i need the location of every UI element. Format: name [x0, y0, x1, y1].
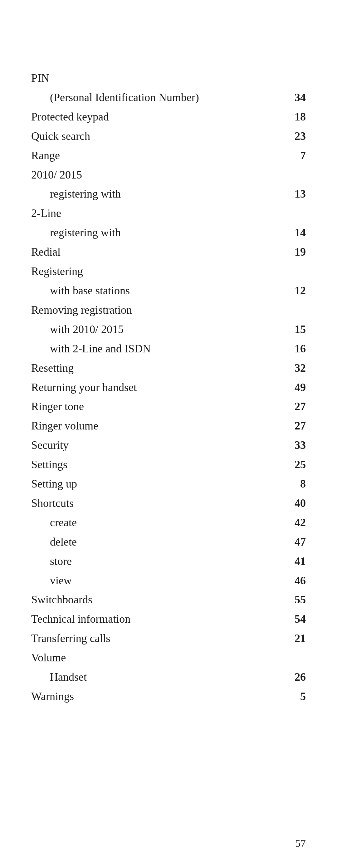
entry-number: 16	[287, 339, 306, 359]
index-entry: Security33	[31, 436, 306, 455]
index-entry: Resetting32	[31, 359, 306, 378]
entry-label: Range	[31, 146, 60, 165]
entry-label: store	[31, 552, 72, 571]
entry-label: view	[31, 571, 72, 591]
index-entry: Switchboards55	[31, 590, 306, 610]
entry-number: 32	[287, 359, 306, 378]
index-entry: Handset26	[31, 668, 306, 687]
entry-label: Ringer tone	[31, 397, 84, 416]
entry-number: 15	[287, 320, 306, 339]
entry-label: Handset	[31, 668, 87, 687]
entry-label: Quick search	[31, 127, 90, 146]
index-entry: (Personal Identification Number)34	[31, 88, 306, 107]
entry-label: Setting up	[31, 474, 77, 494]
entry-label: registering with	[31, 184, 121, 204]
entry-label: registering with	[31, 223, 121, 243]
index-entry: Transferring calls21	[31, 629, 306, 648]
index-entry: Quick search23	[31, 127, 306, 146]
index-entry: Settings25	[31, 455, 306, 474]
entry-number: 33	[287, 436, 306, 455]
entry-number: 46	[287, 571, 306, 591]
entry-label: (Personal Identification Number)	[31, 88, 199, 107]
entry-number: 41	[287, 552, 306, 571]
index-entry: with base stations12	[31, 281, 306, 301]
index-entry: Ringer volume27	[31, 416, 306, 436]
index-entry: with 2-Line and ISDN16	[31, 339, 306, 359]
entry-number: 12	[287, 281, 306, 301]
index-entry: Returning your handset49	[31, 378, 306, 397]
index-entry: create42	[31, 513, 306, 532]
entry-number: 54	[287, 610, 306, 629]
entry-label: Warnings	[31, 687, 74, 706]
index-entry: Registering0	[31, 262, 306, 281]
entry-number: 42	[287, 513, 306, 532]
page-container: PIN0(Personal Identification Number)34Pr…	[0, 0, 337, 868]
index-entry: Shortcuts40	[31, 494, 306, 513]
entry-label: Ringer volume	[31, 416, 98, 436]
entry-label: Registering	[31, 262, 83, 281]
entry-label: 2010/ 2015	[31, 165, 82, 185]
entry-number: 27	[287, 416, 306, 436]
entry-number: 27	[287, 397, 306, 416]
entry-number: 13	[287, 184, 306, 204]
page-number: 57	[295, 837, 306, 849]
entry-label: PIN	[31, 69, 49, 88]
entry-number: 49	[287, 378, 306, 397]
index-entry: Protected keypad18	[31, 107, 306, 127]
entry-label: Resetting	[31, 359, 74, 378]
entry-number: 18	[287, 107, 306, 127]
entry-label: Transferring calls	[31, 629, 111, 648]
entry-label: Returning your handset	[31, 378, 137, 397]
index-entry: store41	[31, 552, 306, 571]
index-entry: delete47	[31, 532, 306, 552]
index-entry: Ringer tone27	[31, 397, 306, 416]
entry-label: with 2010/ 2015	[31, 320, 124, 339]
index-entry: Warnings5	[31, 687, 306, 706]
entry-label: Settings	[31, 455, 67, 474]
entry-number: 40	[287, 494, 306, 513]
entry-label: Removing registration	[31, 301, 132, 320]
entry-number: 19	[287, 243, 306, 262]
entry-label: Switchboards	[31, 590, 92, 610]
entry-label: Technical information	[31, 610, 130, 629]
index-entry: Volume0	[31, 648, 306, 668]
index-entry: 2-Line0	[31, 204, 306, 223]
entry-number: 8	[287, 474, 306, 494]
entry-label: with base stations	[31, 281, 130, 301]
index-entry: Removing registration0	[31, 301, 306, 320]
entry-number: 47	[287, 532, 306, 552]
entry-number: 14	[287, 223, 306, 243]
entry-label: Security	[31, 436, 69, 455]
index-entry: Technical information54	[31, 610, 306, 629]
index-entry: registering with14	[31, 223, 306, 243]
index-entry: with 2010/ 201515	[31, 320, 306, 339]
entry-number: 25	[287, 455, 306, 474]
entry-number: 26	[287, 668, 306, 687]
entry-label: Protected keypad	[31, 107, 109, 127]
entry-number: 21	[287, 629, 306, 648]
index-entry: Redial19	[31, 243, 306, 262]
entry-number: 7	[287, 146, 306, 165]
entry-number: 5	[287, 687, 306, 706]
entry-label: delete	[31, 532, 77, 552]
index-entry: Range7	[31, 146, 306, 165]
index-entry: registering with13	[31, 184, 306, 204]
entry-label: Redial	[31, 243, 61, 262]
entry-label: 2-Line	[31, 204, 61, 223]
index-entry: PIN0	[31, 69, 306, 88]
entry-label: create	[31, 513, 77, 532]
entry-label: with 2-Line and ISDN	[31, 339, 151, 359]
entry-number: 55	[287, 590, 306, 610]
entry-label: Shortcuts	[31, 494, 74, 513]
index-entry: view46	[31, 571, 306, 591]
entry-number: 23	[287, 127, 306, 146]
index-table: PIN0(Personal Identification Number)34Pr…	[31, 69, 306, 706]
entry-label: Volume	[31, 648, 66, 668]
index-entry: Setting up8	[31, 474, 306, 494]
entry-number: 34	[287, 88, 306, 107]
index-entry: 2010/ 20150	[31, 165, 306, 185]
